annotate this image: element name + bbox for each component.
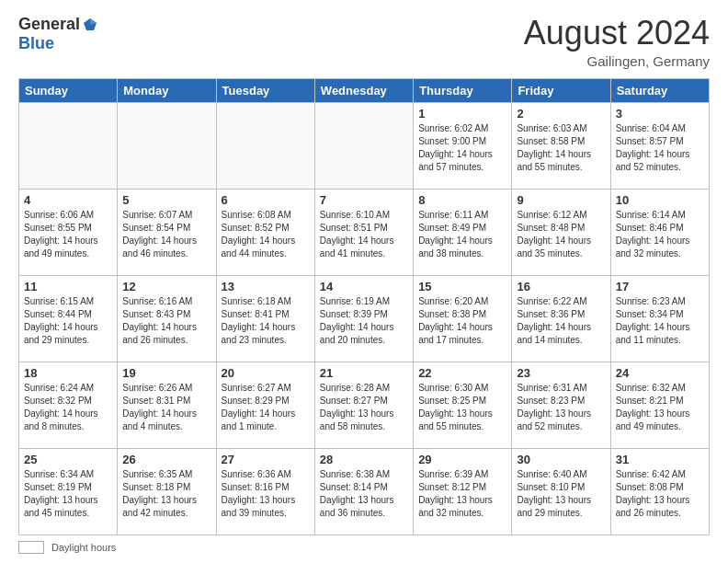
day-number: 27 <box>222 453 310 466</box>
day-info: Sunrise: 6:22 AM Sunset: 8:36 PM Dayligh… <box>517 295 605 347</box>
day-number: 6 <box>222 193 310 207</box>
day-info: Sunrise: 6:27 AM Sunset: 8:29 PM Dayligh… <box>222 382 310 433</box>
day-number: 11 <box>24 280 112 293</box>
day-number: 4 <box>24 193 112 207</box>
logo-blue-text: Blue <box>18 34 54 53</box>
day-info: Sunrise: 6:32 AM Sunset: 8:21 PM Dayligh… <box>616 382 704 433</box>
day-cell: 15Sunrise: 6:20 AM Sunset: 8:38 PM Dayli… <box>414 275 512 362</box>
day-cell: 4Sunrise: 6:06 AM Sunset: 8:55 PM Daylig… <box>19 189 118 275</box>
day-number: 1 <box>418 107 506 121</box>
day-cell: 22Sunrise: 6:30 AM Sunset: 8:25 PM Dayli… <box>414 362 512 448</box>
day-number: 19 <box>122 366 210 380</box>
day-cell: 21Sunrise: 6:28 AM Sunset: 8:27 PM Dayli… <box>314 362 413 448</box>
day-info: Sunrise: 6:08 AM Sunset: 8:52 PM Dayligh… <box>222 209 310 260</box>
day-cell: 2Sunrise: 6:03 AM Sunset: 8:58 PM Daylig… <box>512 102 610 189</box>
day-info: Sunrise: 6:04 AM Sunset: 8:57 PM Dayligh… <box>616 122 704 174</box>
location: Gailingen, Germany <box>524 53 710 69</box>
col-header-wednesday: Wednesday <box>314 78 413 102</box>
day-cell: 7Sunrise: 6:10 AM Sunset: 8:51 PM Daylig… <box>314 189 413 275</box>
day-info: Sunrise: 6:36 AM Sunset: 8:16 PM Dayligh… <box>222 468 310 520</box>
day-cell: 6Sunrise: 6:08 AM Sunset: 8:52 PM Daylig… <box>216 189 314 275</box>
day-number: 13 <box>222 280 310 293</box>
day-cell <box>19 102 118 189</box>
day-info: Sunrise: 6:34 AM Sunset: 8:19 PM Dayligh… <box>24 468 112 520</box>
col-header-tuesday: Tuesday <box>216 78 314 102</box>
title-area: August 2024 Gailingen, Germany <box>524 15 710 69</box>
day-cell: 23Sunrise: 6:31 AM Sunset: 8:23 PM Dayli… <box>512 362 610 448</box>
day-number: 5 <box>122 193 210 207</box>
day-info: Sunrise: 6:24 AM Sunset: 8:32 PM Dayligh… <box>24 382 112 433</box>
day-info: Sunrise: 6:18 AM Sunset: 8:41 PM Dayligh… <box>222 295 310 347</box>
week-row-5: 25Sunrise: 6:34 AM Sunset: 8:19 PM Dayli… <box>19 448 710 534</box>
logo-general-text: General <box>18 15 80 34</box>
col-header-thursday: Thursday <box>414 78 512 102</box>
col-header-saturday: Saturday <box>610 78 709 102</box>
day-info: Sunrise: 6:16 AM Sunset: 8:43 PM Dayligh… <box>122 295 210 347</box>
week-row-3: 11Sunrise: 6:15 AM Sunset: 8:44 PM Dayli… <box>19 275 710 362</box>
legend-label: Daylight hours <box>51 542 116 553</box>
day-cell: 1Sunrise: 6:02 AM Sunset: 9:00 PM Daylig… <box>414 102 512 189</box>
day-cell: 11Sunrise: 6:15 AM Sunset: 8:44 PM Dayli… <box>19 275 118 362</box>
calendar-header-row: SundayMondayTuesdayWednesdayThursdayFrid… <box>19 78 710 102</box>
day-cell <box>314 102 413 189</box>
day-cell: 19Sunrise: 6:26 AM Sunset: 8:31 PM Dayli… <box>118 362 216 448</box>
col-header-monday: Monday <box>118 78 216 102</box>
day-info: Sunrise: 6:23 AM Sunset: 8:34 PM Dayligh… <box>616 295 704 347</box>
day-info: Sunrise: 6:07 AM Sunset: 8:54 PM Dayligh… <box>122 209 210 260</box>
day-info: Sunrise: 6:12 AM Sunset: 8:48 PM Dayligh… <box>517 209 605 260</box>
day-cell: 3Sunrise: 6:04 AM Sunset: 8:57 PM Daylig… <box>610 102 709 189</box>
day-number: 7 <box>320 193 408 207</box>
day-info: Sunrise: 6:03 AM Sunset: 8:58 PM Dayligh… <box>517 122 605 174</box>
day-number: 30 <box>517 453 605 466</box>
day-cell: 9Sunrise: 6:12 AM Sunset: 8:48 PM Daylig… <box>512 189 610 275</box>
day-info: Sunrise: 6:10 AM Sunset: 8:51 PM Dayligh… <box>320 209 408 260</box>
page: General Blue August 2024 Gailingen, Germ… <box>0 0 728 563</box>
day-cell: 30Sunrise: 6:40 AM Sunset: 8:10 PM Dayli… <box>512 448 610 534</box>
week-row-1: 1Sunrise: 6:02 AM Sunset: 9:00 PM Daylig… <box>19 102 710 189</box>
day-number: 28 <box>320 453 408 466</box>
day-number: 18 <box>24 366 112 380</box>
day-info: Sunrise: 6:15 AM Sunset: 8:44 PM Dayligh… <box>24 295 112 347</box>
footer: Daylight hours <box>18 541 710 554</box>
day-cell: 5Sunrise: 6:07 AM Sunset: 8:54 PM Daylig… <box>118 189 216 275</box>
day-cell: 8Sunrise: 6:11 AM Sunset: 8:49 PM Daylig… <box>414 189 512 275</box>
day-cell: 16Sunrise: 6:22 AM Sunset: 8:36 PM Dayli… <box>512 275 610 362</box>
day-cell: 10Sunrise: 6:14 AM Sunset: 8:46 PM Dayli… <box>610 189 709 275</box>
day-number: 23 <box>517 366 605 380</box>
day-number: 10 <box>616 193 704 207</box>
day-info: Sunrise: 6:02 AM Sunset: 9:00 PM Dayligh… <box>418 122 506 174</box>
day-cell: 20Sunrise: 6:27 AM Sunset: 8:29 PM Dayli… <box>216 362 314 448</box>
day-number: 16 <box>517 280 605 293</box>
day-cell: 29Sunrise: 6:39 AM Sunset: 8:12 PM Dayli… <box>414 448 512 534</box>
day-info: Sunrise: 6:14 AM Sunset: 8:46 PM Dayligh… <box>616 209 704 260</box>
day-number: 24 <box>616 366 704 380</box>
day-number: 15 <box>418 280 506 293</box>
day-cell: 27Sunrise: 6:36 AM Sunset: 8:16 PM Dayli… <box>216 448 314 534</box>
day-cell: 12Sunrise: 6:16 AM Sunset: 8:43 PM Dayli… <box>118 275 216 362</box>
day-number: 25 <box>24 453 112 466</box>
day-info: Sunrise: 6:38 AM Sunset: 8:14 PM Dayligh… <box>320 468 408 520</box>
day-cell: 26Sunrise: 6:35 AM Sunset: 8:18 PM Dayli… <box>118 448 216 534</box>
day-cell: 28Sunrise: 6:38 AM Sunset: 8:14 PM Dayli… <box>314 448 413 534</box>
day-number: 26 <box>122 453 210 466</box>
logo-flag-icon <box>82 17 98 33</box>
day-cell: 17Sunrise: 6:23 AM Sunset: 8:34 PM Dayli… <box>610 275 709 362</box>
col-header-sunday: Sunday <box>19 78 118 102</box>
day-cell <box>118 102 216 189</box>
day-cell <box>216 102 314 189</box>
month-title: August 2024 <box>524 15 710 52</box>
day-info: Sunrise: 6:31 AM Sunset: 8:23 PM Dayligh… <box>517 382 605 433</box>
day-info: Sunrise: 6:39 AM Sunset: 8:12 PM Dayligh… <box>418 468 506 520</box>
day-cell: 13Sunrise: 6:18 AM Sunset: 8:41 PM Dayli… <box>216 275 314 362</box>
day-cell: 18Sunrise: 6:24 AM Sunset: 8:32 PM Dayli… <box>19 362 118 448</box>
day-number: 3 <box>616 107 704 121</box>
day-cell: 31Sunrise: 6:42 AM Sunset: 8:08 PM Dayli… <box>610 448 709 534</box>
day-info: Sunrise: 6:40 AM Sunset: 8:10 PM Dayligh… <box>517 468 605 520</box>
day-number: 8 <box>418 193 506 207</box>
day-info: Sunrise: 6:26 AM Sunset: 8:31 PM Dayligh… <box>122 382 210 433</box>
day-info: Sunrise: 6:42 AM Sunset: 8:08 PM Dayligh… <box>616 468 704 520</box>
day-number: 14 <box>320 280 408 293</box>
day-info: Sunrise: 6:19 AM Sunset: 8:39 PM Dayligh… <box>320 295 408 347</box>
day-number: 2 <box>517 107 605 121</box>
day-number: 31 <box>616 453 704 466</box>
